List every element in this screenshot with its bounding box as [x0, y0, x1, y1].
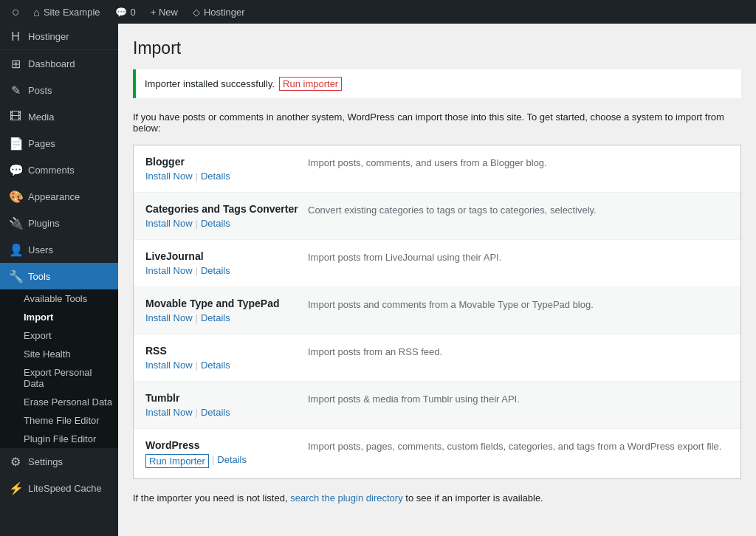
importer-name-tumblr: Tumblr: [145, 392, 308, 404]
settings-icon: ⚙: [9, 455, 22, 469]
importer-actions-movabletype: Install Now | Details: [145, 312, 308, 323]
importer-row-categories: Categories and Tags Converter Install No…: [134, 193, 740, 240]
notice-text: Importer installed successfully.: [145, 78, 275, 89]
importer-desc-blogger: Import posts, comments, and users from a…: [308, 156, 729, 182]
submenu-export-personal-data[interactable]: Export Personal Data: [0, 363, 118, 393]
sep3: |: [196, 265, 198, 276]
footer-text: If the importer you need is not listed, …: [133, 492, 741, 504]
tools-icon: 🔧: [9, 269, 22, 284]
submenu-theme-file-editor[interactable]: Theme File Editor: [0, 411, 118, 430]
submenu-import[interactable]: Import: [0, 308, 118, 326]
sidebar-item-hostinger[interactable]: H Hostinger: [0, 24, 118, 50]
install-now-movabletype[interactable]: Install Now: [145, 312, 193, 323]
submenu-plugin-file-editor[interactable]: Plugin File Editor: [0, 430, 118, 448]
details-wordpress[interactable]: Details: [217, 454, 247, 468]
sep7: |: [212, 454, 214, 468]
comments-icon: 💬: [115, 7, 127, 18]
adminbar-site-name[interactable]: ⌂ Site Example: [26, 0, 108, 24]
adminbar-comments[interactable]: 💬 0: [108, 0, 143, 24]
importer-name-rss: RSS: [145, 345, 308, 357]
posts-icon: ✎: [9, 83, 22, 97]
sidebar-item-posts[interactable]: ✎ Posts: [0, 77, 118, 103]
importer-name-wordpress: WordPress: [145, 439, 308, 451]
appearance-icon: 🎨: [9, 190, 22, 204]
details-rss[interactable]: Details: [201, 360, 230, 371]
adminbar-new[interactable]: + New: [143, 0, 185, 24]
wp-logo[interactable]: ○: [6, 0, 26, 24]
content-wrap: Import Importer installed successfully. …: [133, 38, 741, 504]
details-livejournal[interactable]: Details: [201, 265, 230, 276]
details-tumblr[interactable]: Details: [201, 407, 230, 418]
run-importer-wordpress[interactable]: Run Importer: [145, 454, 209, 468]
sidebar-item-users[interactable]: 👤 Users: [0, 236, 118, 263]
install-now-rss[interactable]: Install Now: [145, 360, 193, 371]
importer-actions-wordpress: Run Importer | Details: [145, 454, 308, 468]
importer-desc-livejournal: Import posts from LiveJournal using thei…: [308, 250, 729, 276]
dashboard-icon: ⊞: [9, 57, 22, 71]
hostinger-icon: ◇: [193, 7, 200, 18]
sidebar-item-appearance[interactable]: 🎨 Appearance: [0, 183, 118, 210]
importer-desc-categories: Convert existing categories to tags or t…: [308, 203, 729, 229]
submenu-erase-personal-data[interactable]: Erase Personal Data: [0, 393, 118, 411]
install-now-blogger[interactable]: Install Now: [145, 171, 193, 182]
importer-actions-livejournal: Install Now | Details: [145, 265, 308, 276]
details-blogger[interactable]: Details: [201, 171, 230, 182]
submenu-site-health[interactable]: Site Health: [0, 345, 118, 363]
sidebar-item-media[interactable]: 🎞 Media: [0, 103, 118, 130]
plugins-icon: 🔌: [9, 216, 22, 230]
sidebar-item-tools[interactable]: 🔧 Tools: [0, 263, 118, 289]
sep: |: [196, 171, 198, 182]
importer-row-wordpress: WordPress Run Importer | Details Import …: [134, 429, 740, 478]
importers-table: Blogger Install Now | Details Import pos…: [133, 145, 741, 479]
details-categories[interactable]: Details: [201, 218, 230, 229]
importer-actions-tumblr: Install Now | Details: [145, 407, 308, 418]
install-now-categories[interactable]: Install Now: [145, 218, 193, 229]
adminbar-hostinger[interactable]: ◇ Hostinger: [185, 0, 252, 24]
sep4: |: [196, 312, 198, 323]
importer-left-categories: Categories and Tags Converter Install No…: [145, 203, 308, 229]
importer-row-rss: RSS Install Now | Details Import posts f…: [134, 334, 740, 382]
sidebar-item-dashboard[interactable]: ⊞ Dashboard: [0, 50, 118, 77]
sidebar-item-comments[interactable]: 💬 Comments: [0, 157, 118, 183]
users-icon: 👤: [9, 243, 22, 257]
importer-row-movabletype: Movable Type and TypePad Install Now | D…: [134, 287, 740, 334]
importer-row-blogger: Blogger Install Now | Details Import pos…: [134, 145, 740, 193]
importer-desc-tumblr: Import posts & media from Tumblr using t…: [308, 392, 729, 418]
sep6: |: [196, 407, 198, 418]
importer-name-movabletype: Movable Type and TypePad: [145, 298, 308, 309]
importer-left-tumblr: Tumblr Install Now | Details: [145, 392, 308, 418]
sep2: |: [196, 218, 198, 229]
admin-menu: H Hostinger ⊞ Dashboard ✎ Posts 🎞 Media …: [0, 24, 118, 536]
sidebar-item-plugins[interactable]: 🔌 Plugins: [0, 210, 118, 236]
importer-name-livejournal: LiveJournal: [145, 250, 308, 262]
install-now-livejournal[interactable]: Install Now: [145, 265, 193, 276]
plugin-directory-link[interactable]: search the plugin directory: [290, 492, 402, 504]
pages-icon: 📄: [9, 137, 22, 151]
install-now-tumblr[interactable]: Install Now: [145, 407, 193, 418]
importer-row-tumblr: Tumblr Install Now | Details Import post…: [134, 382, 740, 429]
admin-bar: ○ ⌂ Site Example 💬 0 + New ◇ Hostinger: [0, 0, 756, 24]
page-title: Import: [133, 38, 741, 58]
importer-desc-wordpress: Import posts, pages, comments, custom fi…: [308, 439, 729, 468]
intro-text: If you have posts or comments in another…: [133, 111, 741, 134]
importer-left-wordpress: WordPress Run Importer | Details: [145, 439, 308, 468]
importer-desc-movabletype: Import posts and comments from a Movable…: [308, 298, 729, 323]
importer-name-blogger: Blogger: [145, 156, 308, 168]
submenu-available-tools[interactable]: Available Tools: [0, 289, 118, 308]
importer-actions-blogger: Install Now | Details: [145, 171, 308, 182]
sidebar-item-settings[interactable]: ⚙ Settings: [0, 448, 118, 475]
submenu-export[interactable]: Export: [0, 326, 118, 345]
hostinger-menu-icon: H: [9, 30, 22, 44]
run-importer-notice-link[interactable]: Run importer: [279, 77, 342, 91]
importer-left-rss: RSS Install Now | Details: [145, 345, 308, 371]
importer-actions-rss: Install Now | Details: [145, 360, 308, 371]
sidebar-item-pages[interactable]: 📄 Pages: [0, 130, 118, 157]
main-content: Import Importer installed successfully. …: [118, 24, 756, 536]
importer-desc-rss: Import posts from an RSS feed.: [308, 345, 729, 371]
tools-submenu: Available Tools Import Export Site Healt…: [0, 289, 118, 448]
sidebar-item-litespeed[interactable]: ⚡ LiteSpeed Cache: [0, 475, 118, 501]
media-icon: 🎞: [9, 110, 22, 123]
importer-row-livejournal: LiveJournal Install Now | Details Import…: [134, 240, 740, 287]
details-movabletype[interactable]: Details: [201, 312, 230, 323]
importer-left-movabletype: Movable Type and TypePad Install Now | D…: [145, 298, 308, 323]
